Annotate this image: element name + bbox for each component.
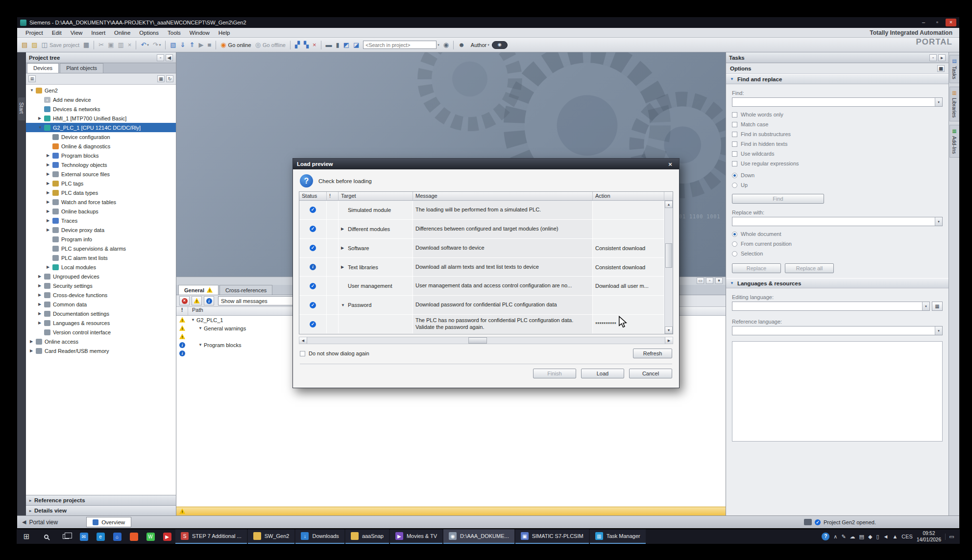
menu-item[interactable]: Edit [48, 30, 66, 36]
expander-icon[interactable]: ▼ [38, 125, 44, 130]
action-value[interactable] [593, 220, 664, 238]
footer-section-bar[interactable]: ▸ Reference projects [26, 495, 176, 505]
tree-item[interactable]: Device configuration [26, 132, 176, 141]
checkbox[interactable] [732, 132, 737, 137]
scrollbar-thumb[interactable] [665, 243, 672, 268]
upload-from-device-icon[interactable]: ⇑ [188, 39, 196, 51]
vertical-scrollbar[interactable]: ▲ ▼ [664, 201, 673, 334]
maximize-button[interactable]: ▫ [932, 19, 943, 26]
menu-item[interactable]: Project [21, 30, 48, 36]
accessible-devices-icon[interactable]: ▞ [293, 39, 301, 51]
expander-icon[interactable]: ▶ [47, 190, 52, 195]
tree-item[interactable]: ▶ Card Reader/USB memory [26, 346, 176, 355]
print-icon[interactable]: ▦ [82, 39, 91, 51]
edge-icon[interactable]: e [92, 529, 109, 544]
tree-item[interactable]: ▶ Ungrouped devices [26, 272, 176, 281]
download-to-device-icon[interactable]: ⇓ [179, 39, 187, 51]
expander-icon[interactable]: ▶ [47, 209, 52, 213]
browser-icon[interactable] [125, 529, 142, 544]
expand-panel-icon[interactable]: ▸ [938, 54, 946, 61]
reset-layout-icon[interactable]: ◪ [352, 39, 361, 51]
expander-icon[interactable]: ▶ [47, 153, 52, 158]
language-listbox[interactable] [732, 341, 943, 442]
radio-button[interactable] [732, 232, 737, 237]
tree-item[interactable]: ▶ Local modules [26, 262, 176, 272]
pin-panel-icon[interactable]: ▫ [929, 54, 937, 61]
tree-item[interactable]: PLC alarm text lists [26, 253, 176, 262]
overview-tab[interactable]: Overview [86, 517, 131, 527]
tree-item[interactable]: ▶ Security settings [26, 281, 176, 290]
column-exclamation[interactable]: ! [176, 307, 188, 315]
show-favorites-icon[interactable]: ◩ [342, 39, 351, 51]
tree-item[interactable]: Devices & networks [26, 104, 176, 114]
column-target[interactable]: Target [339, 192, 413, 200]
start-side-tab[interactable]: Start [18, 97, 25, 120]
cross-reference-icon[interactable]: × [311, 39, 318, 51]
expander-icon[interactable]: ▶ [38, 311, 44, 316]
whatsapp-icon[interactable]: W [142, 529, 159, 544]
expander-icon[interactable]: ▶ [47, 218, 52, 223]
inspector-float-icon[interactable]: ▭ [697, 278, 704, 284]
compile-icon[interactable]: ▧ [169, 39, 177, 51]
tree-item[interactable]: ▶ Documentation settings [26, 309, 176, 318]
go-online-button[interactable]: ◉ Go online [219, 39, 252, 51]
expander-icon[interactable]: ▶ [38, 302, 44, 306]
tree-item[interactable]: ▶ Device proxy data [26, 225, 176, 234]
tree-item[interactable]: Version control interface [26, 327, 176, 337]
taskbar-app-swgen2[interactable]: SW_Gen2 [248, 529, 295, 544]
taskbar-app-step7[interactable]: S STEP 7 Additional ... [175, 529, 247, 544]
tree-item[interactable]: PLC supervisions & alarms [26, 244, 176, 253]
finish-button[interactable]: Finish [533, 369, 576, 378]
direction-radio[interactable]: Up [732, 180, 943, 190]
action-value[interactable]: Consistent download [593, 239, 664, 257]
side-tab[interactable]: ▤ Tasks [949, 55, 959, 83]
action-value[interactable] [593, 296, 664, 314]
expander-icon[interactable]: ▶ [38, 116, 44, 120]
tree-item[interactable]: ▶ Common data [26, 300, 176, 309]
menu-item[interactable]: Help [214, 30, 235, 36]
taskbar-app-aaasnap[interactable]: aaaSnap [345, 529, 389, 544]
menu-item[interactable]: View [66, 30, 87, 36]
youtube-icon[interactable]: ▶ [159, 529, 175, 544]
expander-icon[interactable]: ▼ [198, 343, 204, 347]
expander-icon[interactable]: ▼ [191, 318, 196, 322]
menu-item[interactable]: Window [185, 30, 214, 36]
inspector-maximize-icon[interactable]: ▫ [706, 278, 713, 284]
tree-item[interactable]: ▼ G2_PLC_1 [CPU 1214C DC/DC/Rly] [26, 123, 176, 132]
load-preview-row[interactable]: ▼Password Download password for confiden… [299, 296, 664, 315]
languages-section-bar[interactable]: ▼ Languages & resources [726, 278, 948, 288]
undo-icon[interactable]: ↶ ▾ [139, 39, 150, 51]
tree-item[interactable]: Program info [26, 234, 176, 244]
expander-icon[interactable]: ▶ [38, 274, 44, 279]
language-settings-icon[interactable]: ▦ [932, 302, 943, 311]
load-preview-row[interactable]: ▶Text libraries Download all alarm texts… [299, 258, 664, 277]
tree-item[interactable]: ▶ Languages & resources [26, 318, 176, 327]
menu-item[interactable]: Tools [163, 30, 185, 36]
scroll-right-icon[interactable]: ▶ [665, 337, 673, 344]
checkbox[interactable] [732, 122, 737, 127]
volume-icon[interactable]: ◄ [883, 534, 889, 539]
expander-icon[interactable]: ▶ [38, 283, 44, 288]
refresh-button[interactable]: Refresh [633, 349, 672, 358]
load-preview-row[interactable]: User management User management data and… [299, 277, 664, 296]
taskbar-app-movies[interactable]: ▶ Movies & TV [390, 529, 442, 544]
menu-item[interactable]: Options [135, 30, 163, 36]
expander-icon[interactable]: ▶ [47, 181, 52, 186]
new-project-icon[interactable]: ▤ [20, 39, 29, 51]
expander-icon[interactable]: ▶ [47, 265, 52, 269]
messages-filter-button[interactable] [204, 296, 214, 305]
minimize-button[interactable]: – [918, 19, 929, 26]
cut-icon[interactable]: ✂ [97, 39, 105, 51]
scope-radio[interactable]: Whole document [732, 229, 943, 239]
tree-item[interactable]: ▶ External source files [26, 169, 176, 179]
dialog-close-button[interactable]: × [665, 161, 675, 168]
go-offline-button[interactable]: ◎ Go offline [254, 39, 287, 51]
chevron-down-icon[interactable]: ▾ [935, 217, 942, 226]
tree-item[interactable]: ▶ PLC data types [26, 188, 176, 197]
tree-item[interactable]: + Add new device [26, 95, 176, 104]
project-tree-tab[interactable]: Plant objects [60, 63, 103, 73]
tree-item[interactable]: ▶ Cross-device functions [26, 290, 176, 300]
find-input[interactable]: ▾ [732, 97, 943, 107]
tree-item[interactable]: ▶ HMI_1 [MTP700 Unified Basic] [26, 114, 176, 123]
dropdown-caret-icon[interactable]: ▾ [487, 43, 489, 47]
